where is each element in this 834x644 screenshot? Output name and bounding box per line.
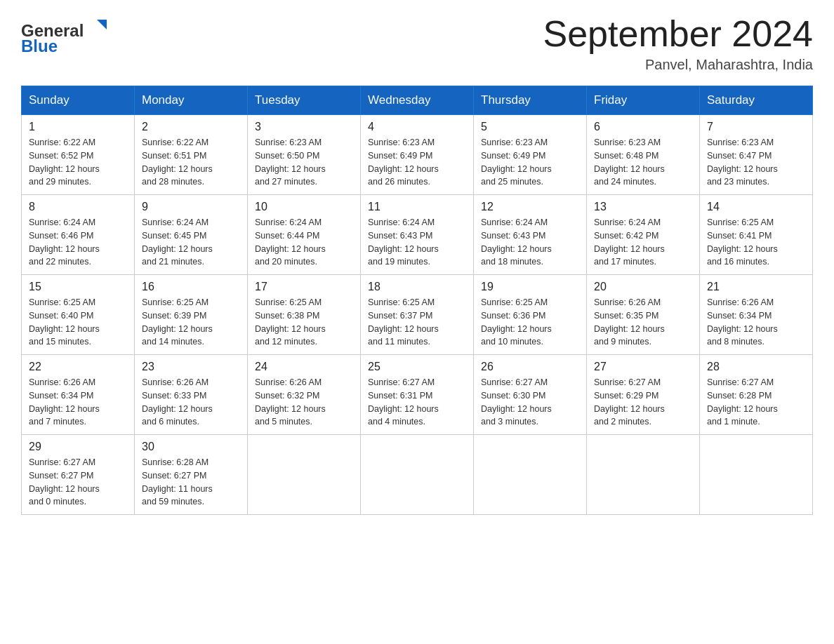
day-number: 16 [142, 281, 240, 293]
day-number: 20 [594, 281, 692, 293]
weekday-header-thursday: Thursday [474, 86, 587, 115]
day-info: Sunrise: 6:25 AMSunset: 6:36 PMDaylight:… [481, 297, 552, 347]
day-number: 12 [481, 201, 579, 213]
day-info: Sunrise: 6:27 AMSunset: 6:30 PMDaylight:… [481, 377, 552, 427]
calendar-cell: 16 Sunrise: 6:25 AMSunset: 6:39 PMDaylig… [135, 275, 248, 355]
day-info: Sunrise: 6:23 AMSunset: 6:48 PMDaylight:… [594, 137, 665, 187]
day-info: Sunrise: 6:24 AMSunset: 6:43 PMDaylight:… [481, 217, 552, 267]
calendar-cell: 28 Sunrise: 6:27 AMSunset: 6:28 PMDaylig… [700, 355, 813, 435]
calendar-cell: 18 Sunrise: 6:25 AMSunset: 6:37 PMDaylig… [361, 275, 474, 355]
day-info: Sunrise: 6:24 AMSunset: 6:44 PMDaylight:… [255, 217, 326, 267]
calendar-cell: 26 Sunrise: 6:27 AMSunset: 6:30 PMDaylig… [474, 355, 587, 435]
day-number: 19 [481, 281, 579, 293]
day-info: Sunrise: 6:25 AMSunset: 6:39 PMDaylight:… [142, 297, 213, 347]
weekday-header-row: SundayMondayTuesdayWednesdayThursdayFrid… [22, 86, 813, 115]
calendar-cell: 17 Sunrise: 6:25 AMSunset: 6:38 PMDaylig… [248, 275, 361, 355]
week-row-4: 22 Sunrise: 6:26 AMSunset: 6:34 PMDaylig… [22, 355, 813, 435]
weekday-header-sunday: Sunday [22, 86, 135, 115]
day-number: 10 [255, 201, 353, 213]
week-row-1: 1 Sunrise: 6:22 AMSunset: 6:52 PMDayligh… [22, 115, 813, 195]
month-title: September 2024 [543, 14, 814, 54]
day-info: Sunrise: 6:23 AMSunset: 6:50 PMDaylight:… [255, 137, 326, 187]
day-number: 6 [594, 121, 692, 133]
calendar-cell: 20 Sunrise: 6:26 AMSunset: 6:35 PMDaylig… [587, 275, 700, 355]
location: Panvel, Maharashtra, India [543, 57, 814, 73]
day-info: Sunrise: 6:23 AMSunset: 6:47 PMDaylight:… [707, 137, 778, 187]
day-number: 28 [707, 361, 805, 373]
day-info: Sunrise: 6:22 AMSunset: 6:51 PMDaylight:… [142, 137, 213, 187]
weekday-header-wednesday: Wednesday [361, 86, 474, 115]
day-number: 30 [142, 441, 240, 453]
day-number: 23 [142, 361, 240, 373]
weekday-header-tuesday: Tuesday [248, 86, 361, 115]
day-number: 29 [29, 441, 127, 453]
day-number: 5 [481, 121, 579, 133]
calendar-cell: 1 Sunrise: 6:22 AMSunset: 6:52 PMDayligh… [22, 115, 135, 195]
calendar-cell [587, 435, 700, 515]
svg-text:Blue: Blue [21, 36, 58, 55]
day-number: 22 [29, 361, 127, 373]
day-info: Sunrise: 6:27 AMSunset: 6:28 PMDaylight:… [707, 377, 778, 427]
day-info: Sunrise: 6:24 AMSunset: 6:42 PMDaylight:… [594, 217, 665, 267]
calendar-cell: 13 Sunrise: 6:24 AMSunset: 6:42 PMDaylig… [587, 195, 700, 275]
calendar-table: SundayMondayTuesdayWednesdayThursdayFrid… [21, 86, 813, 515]
day-info: Sunrise: 6:28 AMSunset: 6:27 PMDaylight:… [142, 457, 213, 507]
svg-marker-1 [97, 20, 107, 29]
calendar-cell: 19 Sunrise: 6:25 AMSunset: 6:36 PMDaylig… [474, 275, 587, 355]
day-info: Sunrise: 6:26 AMSunset: 6:34 PMDaylight:… [29, 377, 100, 427]
calendar-cell: 15 Sunrise: 6:25 AMSunset: 6:40 PMDaylig… [22, 275, 135, 355]
week-row-2: 8 Sunrise: 6:24 AMSunset: 6:46 PMDayligh… [22, 195, 813, 275]
day-number: 25 [368, 361, 466, 373]
calendar-cell: 25 Sunrise: 6:27 AMSunset: 6:31 PMDaylig… [361, 355, 474, 435]
day-info: Sunrise: 6:26 AMSunset: 6:33 PMDaylight:… [142, 377, 213, 427]
day-info: Sunrise: 6:22 AMSunset: 6:52 PMDaylight:… [29, 137, 100, 187]
calendar-cell: 21 Sunrise: 6:26 AMSunset: 6:34 PMDaylig… [700, 275, 813, 355]
calendar-cell: 4 Sunrise: 6:23 AMSunset: 6:49 PMDayligh… [361, 115, 474, 195]
day-info: Sunrise: 6:25 AMSunset: 6:41 PMDaylight:… [707, 217, 778, 267]
calendar-cell: 8 Sunrise: 6:24 AMSunset: 6:46 PMDayligh… [22, 195, 135, 275]
day-info: Sunrise: 6:27 AMSunset: 6:29 PMDaylight:… [594, 377, 665, 427]
day-number: 3 [255, 121, 353, 133]
page-header: General Blue September 2024 Panvel, Maha… [21, 14, 813, 73]
calendar-cell: 23 Sunrise: 6:26 AMSunset: 6:33 PMDaylig… [135, 355, 248, 435]
day-number: 8 [29, 201, 127, 213]
calendar-cell: 11 Sunrise: 6:24 AMSunset: 6:43 PMDaylig… [361, 195, 474, 275]
day-info: Sunrise: 6:23 AMSunset: 6:49 PMDaylight:… [481, 137, 552, 187]
calendar-cell [248, 435, 361, 515]
logo-image: General Blue [21, 14, 112, 56]
day-number: 11 [368, 201, 466, 213]
day-number: 26 [481, 361, 579, 373]
calendar-cell: 27 Sunrise: 6:27 AMSunset: 6:29 PMDaylig… [587, 355, 700, 435]
day-number: 15 [29, 281, 127, 293]
calendar-cell: 12 Sunrise: 6:24 AMSunset: 6:43 PMDaylig… [474, 195, 587, 275]
day-info: Sunrise: 6:25 AMSunset: 6:37 PMDaylight:… [368, 297, 439, 347]
day-number: 9 [142, 201, 240, 213]
title-block: September 2024 Panvel, Maharashtra, Indi… [543, 14, 814, 73]
calendar-cell: 14 Sunrise: 6:25 AMSunset: 6:41 PMDaylig… [700, 195, 813, 275]
day-number: 2 [142, 121, 240, 133]
weekday-header-saturday: Saturday [700, 86, 813, 115]
calendar-cell: 5 Sunrise: 6:23 AMSunset: 6:49 PMDayligh… [474, 115, 587, 195]
calendar-cell: 2 Sunrise: 6:22 AMSunset: 6:51 PMDayligh… [135, 115, 248, 195]
day-info: Sunrise: 6:27 AMSunset: 6:27 PMDaylight:… [29, 457, 100, 507]
day-info: Sunrise: 6:25 AMSunset: 6:38 PMDaylight:… [255, 297, 326, 347]
calendar-cell: 30 Sunrise: 6:28 AMSunset: 6:27 PMDaylig… [135, 435, 248, 515]
day-number: 18 [368, 281, 466, 293]
day-info: Sunrise: 6:26 AMSunset: 6:35 PMDaylight:… [594, 297, 665, 347]
day-number: 1 [29, 121, 127, 133]
day-number: 4 [368, 121, 466, 133]
day-number: 14 [707, 201, 805, 213]
calendar-cell: 22 Sunrise: 6:26 AMSunset: 6:34 PMDaylig… [22, 355, 135, 435]
day-info: Sunrise: 6:27 AMSunset: 6:31 PMDaylight:… [368, 377, 439, 427]
day-info: Sunrise: 6:26 AMSunset: 6:34 PMDaylight:… [707, 297, 778, 347]
day-number: 13 [594, 201, 692, 213]
calendar-cell [700, 435, 813, 515]
day-number: 21 [707, 281, 805, 293]
calendar-cell: 24 Sunrise: 6:26 AMSunset: 6:32 PMDaylig… [248, 355, 361, 435]
weekday-header-friday: Friday [587, 86, 700, 115]
day-info: Sunrise: 6:24 AMSunset: 6:43 PMDaylight:… [368, 217, 439, 267]
day-info: Sunrise: 6:25 AMSunset: 6:40 PMDaylight:… [29, 297, 100, 347]
day-number: 27 [594, 361, 692, 373]
calendar-cell [474, 435, 587, 515]
calendar-cell: 29 Sunrise: 6:27 AMSunset: 6:27 PMDaylig… [22, 435, 135, 515]
